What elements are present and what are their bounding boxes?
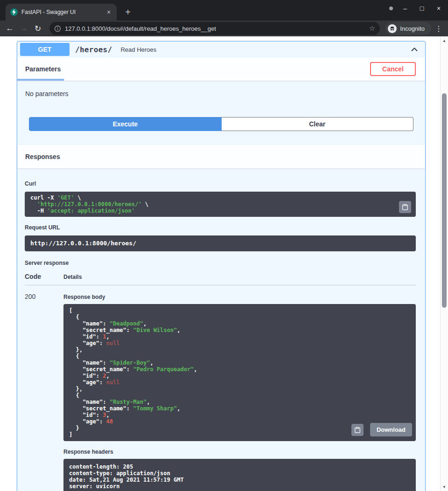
- scrollbar-up-icon[interactable]: ▲: [441, 37, 448, 44]
- scrollbar-down-icon[interactable]: ▼: [441, 484, 448, 490]
- cancel-button[interactable]: Cancel: [370, 62, 416, 76]
- response-table-header: Code Details: [25, 266, 416, 285]
- curl-label: Curl: [25, 180, 416, 187]
- server-response-label: Server response: [25, 260, 416, 266]
- reload-icon[interactable]: ↻: [32, 22, 44, 35]
- tab-close-icon[interactable]: ×: [105, 8, 113, 16]
- status-code: 200: [25, 293, 63, 491]
- url-bar[interactable]: 127.0.0.1:8000/docs#/default/read_heroes…: [49, 22, 380, 35]
- download-button[interactable]: Download: [370, 423, 412, 436]
- minimize-button[interactable]: –: [400, 5, 410, 12]
- method-badge: GET: [20, 43, 70, 56]
- opblock-summary[interactable]: GET /heroes/ Read Heroes: [17, 41, 425, 57]
- parameters-body: No parameters Execute Clear: [17, 81, 425, 145]
- close-button[interactable]: ×: [434, 5, 443, 12]
- browser-navbar: ← → ↻ 127.0.0.1:8000/docs#/default/read_…: [0, 21, 448, 36]
- copy-curl-button[interactable]: [399, 201, 411, 213]
- execute-wrapper: Execute Clear: [29, 117, 413, 131]
- fastapi-favicon-icon: [10, 8, 18, 16]
- collapse-chevron-icon[interactable]: [410, 45, 419, 54]
- response-body-json: [ { "name": "Deadpond", "secret_name": "…: [69, 307, 410, 438]
- maximize-button[interactable]: □: [417, 5, 427, 12]
- parameters-title: Parameters: [25, 65, 61, 73]
- curl-code-block: curl -X 'GET' \ 'http://127.0.0.1:8000/h…: [25, 192, 416, 217]
- response-headers-label: Response headers: [63, 449, 416, 455]
- response-headers-block: content-length: 205 content-type: applic…: [63, 459, 416, 491]
- opblock-get-heroes: GET /heroes/ Read Heroes Parameters Canc…: [17, 41, 426, 491]
- tab-title: FastAPI - Swagger UI: [21, 9, 101, 15]
- responses-title: Responses: [25, 153, 60, 160]
- swagger-page: GET /heroes/ Read Heroes Parameters Canc…: [0, 36, 448, 491]
- execute-button[interactable]: Execute: [29, 117, 222, 131]
- browser-menu-icon[interactable]: ⋮: [433, 24, 444, 33]
- curl-command: curl -X 'GET' \ 'http://127.0.0.1:8000/h…: [30, 194, 410, 214]
- incognito-badge: Incognito: [385, 22, 431, 35]
- response-body-label: Response body: [63, 294, 416, 300]
- parameters-tab-underline: [17, 79, 64, 81]
- incognito-label: Incognito: [400, 25, 425, 32]
- url-text: 127.0.0.1:8000/docs#/default/read_heroes…: [65, 25, 365, 32]
- request-url-value: http://127.0.0.1:8000/heroes/: [30, 240, 410, 247]
- page-scrollbar[interactable]: ▲ ▼: [440, 36, 448, 491]
- response-headers-text: content-length: 205 content-type: applic…: [69, 463, 410, 490]
- responses-header: Responses: [17, 145, 425, 168]
- incognito-icon: [388, 24, 397, 33]
- browser-tab[interactable]: FastAPI - Swagger UI ×: [6, 4, 117, 21]
- tab-search-icon[interactable]: [389, 7, 393, 10]
- details-column-header: Details: [63, 274, 416, 280]
- response-body-block: [ { "name": "Deadpond", "secret_name": "…: [63, 304, 416, 441]
- forward-icon[interactable]: →: [18, 22, 30, 35]
- request-url-label: Request URL: [25, 224, 416, 231]
- new-tab-button[interactable]: +: [121, 6, 134, 19]
- browser-titlebar: FastAPI - Swagger UI × + – □ ×: [0, 0, 448, 21]
- code-column-header: Code: [25, 273, 63, 280]
- copy-response-button[interactable]: [351, 424, 364, 436]
- back-icon[interactable]: ←: [4, 22, 16, 35]
- scrollbar-thumb[interactable]: [442, 93, 447, 308]
- responses-body: Curl curl -X 'GET' \ 'http://127.0.0.1:8…: [17, 168, 425, 491]
- site-info-icon[interactable]: [54, 25, 61, 32]
- response-row: 200 Response body [ { "name": "Deadpond"…: [25, 285, 416, 491]
- endpoint-path: /heroes/: [75, 45, 112, 54]
- parameters-header: Parameters Cancel: [17, 57, 425, 81]
- clear-button[interactable]: Clear: [222, 117, 414, 131]
- request-url-block: http://127.0.0.1:8000/heroes/: [25, 235, 416, 251]
- no-parameters-text: No parameters: [25, 90, 417, 97]
- endpoint-summary: Read Heroes: [120, 46, 156, 53]
- bookmark-star-icon[interactable]: ☆: [369, 24, 375, 33]
